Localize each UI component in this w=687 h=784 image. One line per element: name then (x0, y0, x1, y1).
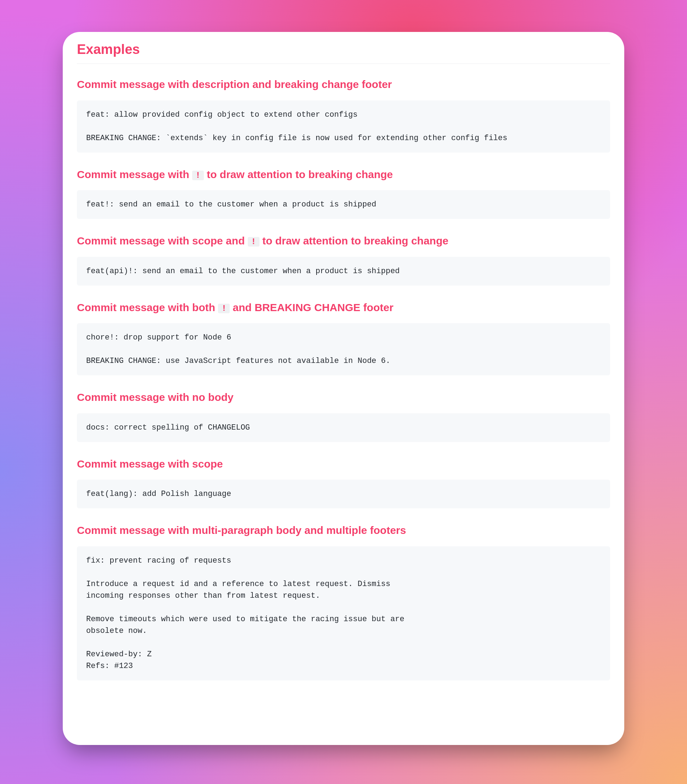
heading-text-after: to draw attention to breaking change (260, 235, 449, 247)
bang-icon: ! (192, 171, 204, 180)
example-heading: Commit message with description and brea… (77, 77, 610, 92)
heading-text-before: Commit message with (77, 168, 192, 180)
heading-text: Commit message with no body (77, 391, 233, 403)
code-block[interactable]: chore!: drop support for Node 6 BREAKING… (77, 323, 610, 376)
example-heading: Commit message with no body (77, 390, 610, 405)
bang-icon: ! (248, 237, 260, 247)
heading-text: Commit message with description and brea… (77, 78, 392, 90)
code-block[interactable]: fix: prevent racing of requests Introduc… (77, 546, 610, 680)
document-card: Examples Commit message with description… (63, 32, 624, 745)
example-heading: Commit message with both ! and BREAKING … (77, 300, 610, 315)
heading-text-before: Commit message with both (77, 301, 218, 313)
bang-icon: ! (218, 304, 230, 313)
page-title: Examples (77, 42, 610, 64)
example-heading: Commit message with multi-paragraph body… (77, 523, 610, 538)
example-section: Commit message with ! to draw attention … (77, 168, 610, 219)
example-section: Commit message with scope feat(lang): ad… (77, 457, 610, 509)
example-section: Commit message with description and brea… (77, 77, 610, 153)
heading-text-before: Commit message with scope and (77, 235, 248, 247)
example-section: Commit message with scope and ! to draw … (77, 234, 610, 286)
code-block[interactable]: feat: allow provided config object to ex… (77, 100, 610, 153)
example-section: Commit message with multi-paragraph body… (77, 523, 610, 680)
heading-text-after: to draw attention to breaking change (204, 168, 393, 180)
heading-text-after: and BREAKING CHANGE footer (230, 301, 393, 313)
code-block[interactable]: feat(lang): add Polish language (77, 479, 610, 508)
heading-text: Commit message with scope (77, 458, 223, 470)
heading-text: Commit message with multi-paragraph body… (77, 524, 406, 536)
code-block[interactable]: feat!: send an email to the customer whe… (77, 190, 610, 219)
example-section: Commit message with both ! and BREAKING … (77, 300, 610, 376)
code-block[interactable]: feat(api)!: send an email to the custome… (77, 257, 610, 286)
example-heading: Commit message with scope (77, 457, 610, 471)
example-section: Commit message with no body docs: correc… (77, 390, 610, 442)
example-heading: Commit message with scope and ! to draw … (77, 234, 610, 248)
example-heading: Commit message with ! to draw attention … (77, 168, 610, 182)
code-block[interactable]: docs: correct spelling of CHANGELOG (77, 413, 610, 442)
